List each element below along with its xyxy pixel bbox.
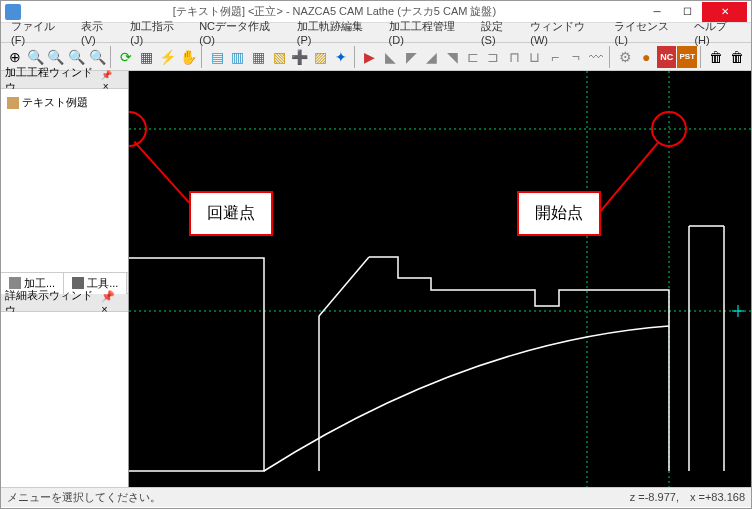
process-tree[interactable]: テキスト例題 [1, 89, 128, 272]
path3-icon[interactable]: ◢ [422, 46, 442, 68]
menu-file[interactable]: ファイル(F) [5, 17, 73, 48]
sidebar: 加工工程ウィンドウ 📌 × テキスト例題 加工... 工具... 詳細表示ウィン… [1, 71, 129, 487]
pin-icon[interactable]: 📌 [101, 290, 115, 302]
gear-icon[interactable]: ⚙ [616, 46, 636, 68]
path-play-icon[interactable]: ▶ [360, 46, 380, 68]
avoid-point-label: 回避点 [189, 191, 273, 236]
toolbar-separator [700, 46, 704, 68]
folder-icon [7, 97, 19, 109]
path1-icon[interactable]: ◣ [381, 46, 401, 68]
hand-icon[interactable]: ✋ [178, 46, 198, 68]
cad-canvas[interactable]: 回避点 開始点 [129, 71, 751, 487]
menu-help[interactable]: ヘルプ(H) [688, 17, 747, 48]
path10-icon[interactable]: ¬ [566, 46, 586, 68]
refresh-icon[interactable]: ⟳ [117, 46, 137, 68]
detail-panel-body [1, 312, 128, 487]
path9-icon[interactable]: ⌐ [545, 46, 565, 68]
menu-processmgr[interactable]: 加工工程管理(D) [383, 17, 473, 48]
layer5-icon[interactable]: ➕ [290, 46, 310, 68]
menubar: ファイル(F) 表示(V) 加工指示(J) NCデータ作成(O) 加工軌跡編集(… [1, 23, 751, 43]
tree-root-label: テキスト例題 [22, 95, 88, 110]
menu-pathedit[interactable]: 加工軌跡編集(P) [291, 17, 381, 48]
menu-view[interactable]: 表示(V) [75, 17, 122, 48]
path6-icon[interactable]: ⊐ [484, 46, 504, 68]
toolbar-separator [110, 46, 114, 68]
trash2-icon[interactable]: 🗑 [727, 46, 747, 68]
path5-icon[interactable]: ⊏ [463, 46, 483, 68]
statusbar: メニューを選択してください。 z =-8.977, x =+83.168 [1, 487, 751, 507]
toolbar-separator [201, 46, 205, 68]
svg-line-6 [319, 257, 369, 316]
path7-icon[interactable]: ⊓ [504, 46, 524, 68]
tree-root-item[interactable]: テキスト例題 [5, 93, 124, 112]
menu-license[interactable]: ライセンス(L) [608, 17, 686, 48]
grid-icon[interactable]: ▦ [137, 46, 157, 68]
bolt-icon[interactable]: ⚡ [158, 46, 178, 68]
nc-icon[interactable]: NC [657, 46, 677, 68]
path2-icon[interactable]: ◤ [401, 46, 421, 68]
layer6-icon[interactable]: ▨ [310, 46, 330, 68]
layer1-icon[interactable]: ▤ [207, 46, 227, 68]
pst-icon[interactable]: PST [677, 46, 697, 68]
layer4-icon[interactable]: ▧ [269, 46, 289, 68]
layer2-icon[interactable]: ▥ [228, 46, 248, 68]
menu-window[interactable]: ウィンドウ(W) [524, 17, 606, 48]
toolbar-separator [354, 46, 358, 68]
menu-ncdata[interactable]: NCデータ作成(O) [193, 17, 289, 48]
pin-icon[interactable]: 📌 [101, 70, 112, 80]
ball-icon[interactable]: ● [636, 46, 656, 68]
toolbar-separator [609, 46, 613, 68]
path4-icon[interactable]: ◥ [442, 46, 462, 68]
start-point-label: 開始点 [517, 191, 601, 236]
status-message: メニューを選択してください。 [7, 490, 161, 505]
menu-machining[interactable]: 加工指示(J) [124, 17, 191, 48]
menu-settings[interactable]: 設定(S) [475, 17, 522, 48]
path8-icon[interactable]: ⊔ [525, 46, 545, 68]
layer3-icon[interactable]: ▦ [249, 46, 269, 68]
status-coords: z =-8.977, x =+83.168 [630, 490, 745, 505]
point-icon[interactable]: ✦ [331, 46, 351, 68]
wave-icon[interactable]: 〰 [587, 46, 607, 68]
trash1-icon[interactable]: 🗑 [707, 46, 727, 68]
